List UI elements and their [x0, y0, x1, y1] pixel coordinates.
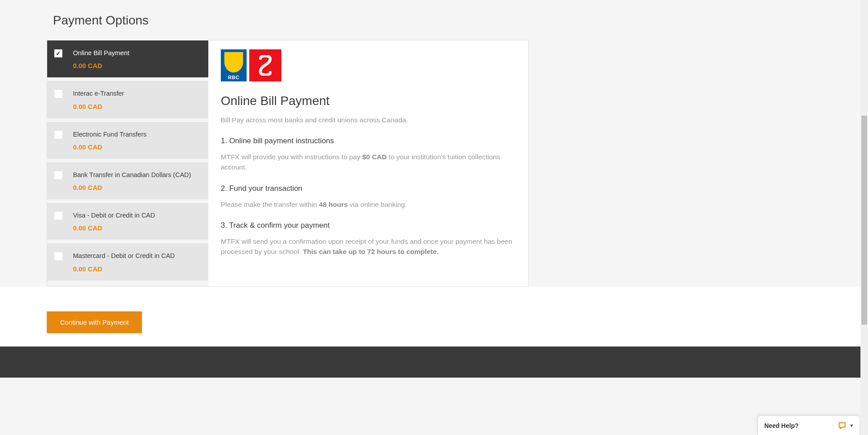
- option-label: Online Bill Payment: [73, 48, 201, 57]
- footer-bar: [0, 346, 868, 378]
- step-2-desc: Please make the transfer within 48 hours…: [221, 199, 516, 209]
- checkbox-icon[interactable]: [54, 252, 62, 260]
- step-3-title: 3. Track & confirm your payment: [221, 221, 516, 230]
- option-interac-etransfer[interactable]: Interac e-Transfer 0.00 CAD: [47, 81, 208, 121]
- checkbox-icon[interactable]: [54, 171, 62, 179]
- option-label: Mastercard - Debit or Credit in CAD: [73, 251, 201, 260]
- step-1-title: 1. Online bill payment instructions: [221, 137, 516, 145]
- option-price: 0.00 CAD: [73, 103, 201, 110]
- option-label: Bank Transfer in Canadian Dollars (CAD): [73, 170, 201, 179]
- option-price: 0.00 CAD: [73, 143, 201, 151]
- option-online-bill-payment[interactable]: Online Bill Payment 0.00 CAD: [47, 40, 208, 81]
- scotiabank-logo-icon: [249, 49, 281, 81]
- option-bank-transfer-cad[interactable]: Bank Transfer in Canadian Dollars (CAD) …: [47, 162, 208, 203]
- option-price: 0.00 CAD: [73, 265, 201, 273]
- step-1-desc: MTFX will provide you with instructions …: [221, 152, 516, 173]
- bank-logos: RBC: [221, 49, 516, 81]
- payment-options-panel: Online Bill Payment 0.00 CAD Interac e-T…: [47, 40, 529, 286]
- option-detail-panel: RBC Online Bill Payment Bill Pay across …: [208, 40, 528, 286]
- scrollbar-thumb[interactable]: [861, 116, 867, 325]
- option-label: Interac e-Transfer: [73, 89, 201, 98]
- page-title: Payment Options: [47, 13, 529, 28]
- detail-title: Online Bill Payment: [221, 94, 516, 108]
- checkbox-icon[interactable]: [54, 49, 62, 57]
- payment-options-list: Online Bill Payment 0.00 CAD Interac e-T…: [47, 40, 208, 286]
- option-label: Electronic Fund Transfers: [73, 130, 201, 139]
- step-2-title: 2. Fund your transaction: [221, 184, 516, 193]
- scrollbar[interactable]: [860, 0, 868, 378]
- continue-button[interactable]: Continue with Payment: [47, 311, 142, 333]
- step-3-desc: MTFX will send you a confirmation upon r…: [221, 236, 516, 257]
- checkbox-icon[interactable]: [54, 131, 62, 139]
- option-price: 0.00 CAD: [73, 62, 201, 69]
- detail-subtitle: Bill Pay across most banks and credit un…: [221, 116, 516, 124]
- option-mastercard[interactable]: Mastercard - Debit or Credit in CAD 0.00…: [47, 243, 208, 280]
- rbc-logo-icon: RBC: [221, 49, 247, 81]
- checkbox-icon[interactable]: [54, 212, 62, 220]
- option-price: 0.00 CAD: [73, 184, 201, 191]
- option-price: 0.00 CAD: [73, 224, 201, 232]
- option-visa[interactable]: Visa - Debit or Credit in CAD 0.00 CAD: [47, 203, 208, 243]
- option-label: Visa - Debit or Credit in CAD: [73, 211, 201, 220]
- checkbox-icon[interactable]: [54, 90, 62, 98]
- option-eft[interactable]: Electronic Fund Transfers 0.00 CAD: [47, 122, 208, 162]
